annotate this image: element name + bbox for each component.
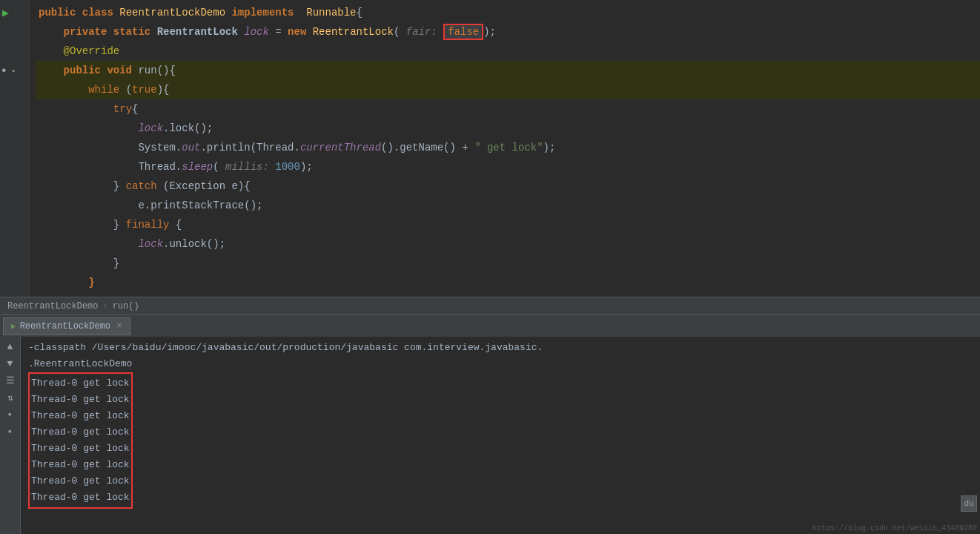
console-outer: ▲ ▼ ☰ ⇅ ▪ ▪ -classpath /Users/baidu/imoo… [0,337,980,534]
code-line-13: lock.unlock(); [36,234,980,254]
code-text: Thread.sleep( millis: 1000); [39,161,313,173]
output-line-3: Thread-0 get lock [30,408,131,424]
code-line-4: public void run(){ [36,61,980,80]
code-line-2: private static ReentrantLock lock = new … [36,22,980,42]
code-line-16: } [36,292,980,297]
watermark: https://blog.csdn.net/weixin_43469280 [812,524,977,533]
code-text: try{ [39,103,138,115]
scroll-down-button[interactable]: ▼ [4,357,17,370]
console-tab[interactable]: ▶ ReentrantLockDemo × [3,317,130,335]
line-number-10 [0,177,29,196]
output-line-8: Thread-0 get lock [30,490,131,506]
line-number-4: ● ▸ [0,61,29,80]
code-line-15: } [36,273,980,292]
code-text: lock.unlock(); [39,238,225,250]
editor-area: ▶ ● ▸ public class [0,0,980,297]
breadcrumb-arrow: › [102,301,107,312]
line-number-8 [0,138,29,157]
line-number-15 [0,273,29,292]
line-number-11 [0,196,29,215]
code-line-8: System.out.println(Thread.currentThread(… [36,138,980,157]
line-numbers: ▶ ● ▸ [0,0,30,297]
output-line-2: Thread-0 get lock [30,392,131,408]
bookmark-icon: ● [1,66,7,75]
output-line-7: Thread-0 get lock [30,473,131,490]
code-line-7: lock.lock(); [36,119,980,138]
code-text: @Override [39,45,119,57]
code-area: public class ReentrantLockDemo implement… [30,0,980,297]
right-sidebar-badge: du [958,495,980,512]
line-number-5 [0,80,29,99]
tab-label: ReentrantLockDemo [20,321,110,332]
breakpoint-icon: ▸ [12,67,16,75]
console-output-group: Thread-0 get lock Thread-0 get lock Thre… [28,372,133,509]
output-line-5: Thread-0 get lock [30,441,131,457]
code-line-6: try{ [36,99,980,119]
breadcrumb-class: ReentrantLockDemo [7,301,98,312]
du-badge: du [961,495,976,512]
output-line-6: Thread-0 get lock [30,457,131,473]
console-tab-bar: ▶ ReentrantLockDemo × [0,314,980,337]
code-line-5: while (true){ [36,80,980,99]
line-number-13 [0,234,29,254]
code-text: e.printStackTrace(); [39,200,262,211]
code-text: } [39,277,95,289]
run-arrow-icon[interactable]: ▶ [2,6,9,20]
console-content: -classpath /Users/baidu/imooc/javabasic/… [21,337,980,534]
line-number-2 [0,22,29,42]
tab-run-icon: ▶ [11,321,16,331]
code-text: } [39,296,70,297]
line-number-1: ▶ [0,3,29,22]
code-line-9: Thread.sleep( millis: 1000); [36,157,980,177]
settings-button[interactable]: ▪ [4,408,17,421]
code-text: System.out.println(Thread.currentThread(… [39,142,555,154]
code-text: private static ReentrantLock lock = new … [39,24,496,40]
line-number-14 [0,254,29,273]
code-line-10: } catch (Exception e){ [36,177,980,196]
output-line-1: Thread-0 get lock [30,375,131,392]
code-line-11: e.printStackTrace(); [36,196,980,215]
command-text: -classpath /Users/baidu/imooc/javabasic/… [28,340,543,356]
line-number-7 [0,119,29,138]
line-number-6 [0,99,29,119]
console-gutter: ▲ ▼ ☰ ⇅ ▪ ▪ [0,337,21,534]
code-line-12: } finally { [36,215,980,234]
output-line-4: Thread-0 get lock [30,424,131,441]
tab-close-icon[interactable]: × [116,320,122,332]
code-text: while (true){ [39,84,169,96]
breadcrumb-bar: ReentrantLockDemo › run() [0,297,980,314]
code-text: lock.lock(); [39,122,213,134]
code-line-1: public class ReentrantLockDemo implement… [36,3,980,22]
code-text: } [39,257,119,269]
code-text: public void run(){ [39,65,176,76]
clear-button[interactable]: ▪ [4,425,17,438]
code-text: } catch (Exception e){ [39,180,251,192]
console-command-line: -classpath /Users/baidu/imooc/javabasic/… [28,340,973,356]
code-line-3: @Override [36,42,980,61]
code-text: public class ReentrantLockDemo implement… [39,7,362,19]
filter-button[interactable]: ☰ [4,374,17,387]
line-number-9 [0,157,29,177]
line-number-3 [0,42,29,61]
scroll-up-button[interactable]: ▲ [4,340,17,353]
line-number-12 [0,215,29,234]
code-line-14: } [36,254,980,273]
command-text-2: .ReentrantLockDemo [28,356,132,372]
breadcrumb-method: run() [113,301,139,312]
code-text: } finally { [39,219,182,231]
sort-button[interactable]: ⇅ [4,391,17,404]
console-command-line-2: .ReentrantLockDemo [28,356,973,372]
